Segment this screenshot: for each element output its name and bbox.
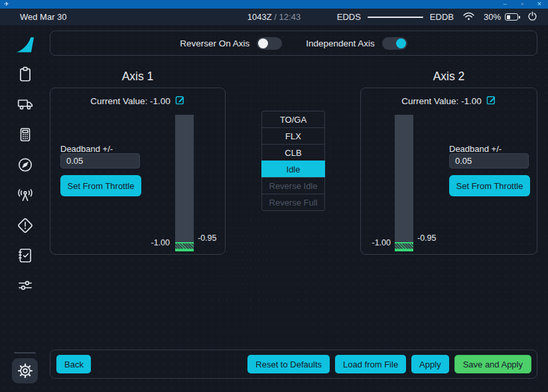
flybywire-logo-icon xyxy=(0,36,50,54)
airplane-icon: ✈ xyxy=(4,0,9,9)
independent-axis-toggle[interactable] xyxy=(382,37,407,50)
axis1-heading: Axis 1 xyxy=(50,68,226,85)
load-from-file-button[interactable]: Load from File xyxy=(335,355,406,373)
battery-icon xyxy=(505,13,518,21)
sidebar-item-dispatch truck-icon[interactable] xyxy=(0,96,50,113)
sidebar-item-checklists journal-check-icon[interactable] xyxy=(0,247,50,264)
detent-reverse-idle: Reverse Idle xyxy=(261,177,325,194)
axis1-deadband-input[interactable] xyxy=(60,153,140,168)
independent-axis-label: Independent Axis xyxy=(306,38,375,48)
axis1-range-low: -1.00 xyxy=(151,238,171,247)
axis2-heading: Axis 2 xyxy=(360,68,537,85)
sidebar-divider xyxy=(14,352,36,354)
axis1-current-value: Current Value: -1.00 xyxy=(90,96,171,106)
axis1-range-high: -0.95 xyxy=(198,233,217,243)
detent-reverse-full: Reverse Full xyxy=(261,194,325,211)
axis2-deadband-label: Deadband +/- xyxy=(449,144,502,154)
detent-idle[interactable]: Idle xyxy=(261,161,325,178)
flight-progress-line xyxy=(368,17,423,18)
axis2-edit-value pencil-square-icon[interactable] xyxy=(486,95,496,107)
back-button[interactable]: Back xyxy=(56,355,91,373)
axis-options-bar: Reverser On Axis Independent Axis xyxy=(50,31,537,56)
reverser-on-axis-label: Reverser On Axis xyxy=(180,38,249,48)
flight-progress: EDDS EDDB xyxy=(337,12,454,22)
axis2-set-from-throttle-button[interactable]: Set From Throttle xyxy=(449,175,530,196)
power-icon[interactable] xyxy=(527,11,537,23)
sidebar-item-settings gear-icon[interactable] xyxy=(12,358,38,383)
footer-action-bar: Back Reset to Defaults Load from File Ap… xyxy=(50,350,537,379)
utc-time: 1043Z xyxy=(247,12,272,22)
window-minimize-button[interactable]: – xyxy=(496,0,514,9)
detent-toga[interactable]: TO/GA xyxy=(261,111,325,128)
window-close-button[interactable]: ✕ xyxy=(531,0,548,9)
sidebar-item-dashboard clipboard-icon[interactable] xyxy=(0,66,50,83)
battery-percent: 30% xyxy=(484,12,501,22)
throttle-calibration-page: Reverser On Axis Independent Axis Axis 1… xyxy=(0,25,548,392)
save-and-apply-button[interactable]: Save and Apply xyxy=(454,355,531,373)
axis1-idle-detent-range xyxy=(175,242,194,251)
axis2-panel: Current Value: -1.00 Deadband +/- Set Fr… xyxy=(360,88,537,255)
app-window: ✈ – ▫ ✕ Wed Mar 30 1043Z / 12:43 EDDS ED… xyxy=(0,0,548,392)
sidebar-item-atc broadcast-icon[interactable] xyxy=(0,186,50,204)
axis2-throttle-position-bar xyxy=(395,115,413,251)
sidebar-item-navigation compass-icon[interactable] xyxy=(0,156,50,173)
sidebar xyxy=(0,25,50,392)
axis1-deadband-label: Deadband +/- xyxy=(60,144,113,154)
reset-to-defaults-button[interactable]: Reset to Defaults xyxy=(247,355,330,373)
independent-axis-group: Independent Axis xyxy=(306,37,407,50)
status-bar: Wed Mar 30 1043Z / 12:43 EDDS EDDB 30% xyxy=(0,9,548,25)
detent-selector: TO/GA FLX CLB Idle Reverse Idle Reverse … xyxy=(261,111,325,211)
apply-button[interactable]: Apply xyxy=(411,355,449,373)
axis1-set-from-throttle-button[interactable]: Set From Throttle xyxy=(60,175,141,196)
axis1-edit-value pencil-square-icon[interactable] xyxy=(175,95,185,107)
window-maximize-button[interactable]: ▫ xyxy=(514,0,531,9)
axis2-range-high: -0.95 xyxy=(417,233,437,243)
axis2-range-low: -1.00 xyxy=(372,238,391,247)
detent-flx[interactable]: FLX xyxy=(261,127,325,145)
reverser-on-axis-group: Reverser On Axis xyxy=(180,37,282,50)
axis2-deadband-input[interactable] xyxy=(449,153,529,168)
battery-status: 30% xyxy=(484,12,518,22)
sidebar-item-failures warning-diamond-icon[interactable] xyxy=(0,217,50,234)
origin-icao: EDDS xyxy=(337,12,361,22)
sidebar-item-presets sliders-icon[interactable] xyxy=(0,277,50,294)
window-titlebar: ✈ – ▫ ✕ xyxy=(0,0,548,9)
destination-icao: EDDB xyxy=(430,12,454,22)
sidebar-item-performance calculator-icon[interactable] xyxy=(0,126,50,143)
detent-clb[interactable]: CLB xyxy=(261,144,325,161)
wifi-icon xyxy=(463,12,474,23)
axis2-idle-detent-range xyxy=(395,242,413,251)
axis1-panel: Current Value: -1.00 Deadband +/- Set Fr… xyxy=(50,88,226,255)
axis2-current-value: Current Value: -1.00 xyxy=(401,96,482,106)
reverser-on-axis-toggle[interactable] xyxy=(257,37,282,50)
axis1-throttle-position-bar xyxy=(175,115,194,251)
local-time: 12:43 xyxy=(279,12,301,22)
